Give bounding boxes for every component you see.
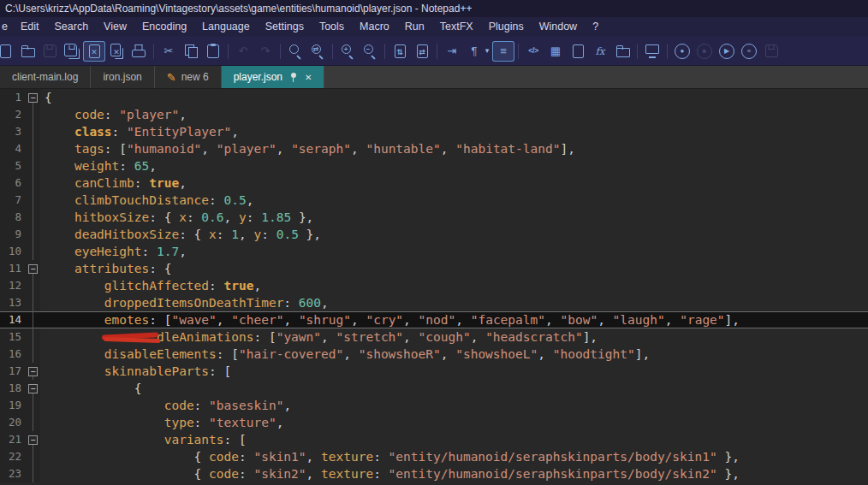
line-number: 17 [0, 363, 26, 380]
code-line-6[interactable]: 6 canClimb: true, [0, 174, 868, 192]
code-line-7[interactable]: 7 climbTouchDistance: 0.5, [0, 192, 868, 209]
code-line-17[interactable]: 17− skinnableParts: [ [0, 363, 868, 380]
tab-player-json[interactable]: player.json✕ [222, 66, 325, 88]
line-number: 5 [0, 157, 26, 174]
find-icon[interactable] [284, 41, 306, 62]
line-number: 10 [0, 243, 26, 260]
macro-stop-icon: ■ [693, 41, 716, 62]
code-line-23[interactable]: 23 { code: "skin2", texture: "entity/hum… [0, 465, 868, 482]
document-map-icon[interactable]: ▦ [544, 41, 567, 62]
menu-item-macro[interactable]: Macro [352, 17, 397, 37]
monitoring-icon[interactable] [641, 41, 663, 62]
fold-collapse-icon[interactable]: − [26, 431, 40, 448]
show-indent-guide-icon[interactable]: ≡ [492, 41, 514, 62]
code-line-20[interactable]: 20 type: "texture", [0, 414, 868, 431]
open-file-icon[interactable] [16, 41, 39, 62]
line-number: 23 [0, 465, 26, 482]
fold-margin [26, 311, 40, 328]
save-all-icon[interactable] [61, 41, 83, 62]
code-line-16[interactable]: 16 disableElements: ["hair-covered", "sh… [0, 346, 868, 363]
sync-horizontal-scrolling-icon[interactable]: ⇄ [411, 41, 433, 62]
code-line-18[interactable]: 18− { [0, 380, 868, 397]
zoom-out-icon[interactable]: − [359, 41, 381, 62]
menu-item-view[interactable]: View [96, 17, 134, 37]
code-line-15[interactable]: 15 randomIdleAnimations: ["yawn", "stret… [0, 328, 868, 346]
unsaved-pencil-icon: ✎ [167, 71, 176, 84]
menu-item-e[interactable]: e [0, 17, 13, 37]
zoom-in-icon[interactable]: + [336, 41, 359, 62]
fold-collapse-icon[interactable]: − [26, 380, 40, 397]
menu-item-window[interactable]: Window [532, 17, 585, 37]
macro-play-icon[interactable]: ▶ [716, 41, 738, 62]
menu-item-settings[interactable]: Settings [258, 17, 312, 37]
pin-icon[interactable] [289, 72, 297, 82]
line-number: 8 [0, 209, 26, 226]
code-line-19[interactable]: 19 code: "baseskin", [0, 397, 868, 414]
menu-item-edit[interactable]: Edit [13, 17, 47, 37]
print-icon[interactable] [128, 41, 150, 62]
editor[interactable]: 1−{2 code: "player",3 class: "EntityPlay… [0, 89, 868, 485]
code-line-4[interactable]: 4 tags: ["humanoid", "player", "seraph",… [0, 140, 868, 157]
sync-vertical-scrolling-icon[interactable]: ⇅ [389, 41, 411, 62]
code-line-1[interactable]: 1−{ [0, 89, 868, 106]
cut-icon[interactable]: ✂ [158, 41, 180, 62]
paste-icon[interactable] [202, 41, 224, 62]
fold-collapse-icon[interactable]: − [26, 260, 40, 277]
code-text: attributes: { [40, 260, 171, 277]
code-line-8[interactable]: 8 hitboxSize: { x: 0.6, y: 1.85 }, [0, 209, 868, 226]
menu-bar: eEditSearchViewEncodingLanguageSettingsT… [0, 17, 868, 37]
title-bar[interactable]: C:\Users\krizz\AppData\Roaming\Vintagest… [0, 0, 868, 17]
tab-label: client-main.log [12, 71, 78, 83]
fold-margin [26, 140, 40, 157]
tab-new-6[interactable]: ✎new 6 [155, 66, 222, 88]
show-whitespace-icon[interactable]: ⇥ [441, 41, 463, 62]
replace-icon[interactable]: ⇄ [306, 41, 329, 62]
code-text: type: "texture", [40, 414, 283, 431]
code-line-22[interactable]: 22 { code: "skin1", texture: "entity/hum… [0, 448, 868, 465]
code-line-12[interactable]: 12 glitchAffected: true, [0, 277, 868, 294]
line-number: 1 [0, 89, 26, 106]
menu-item-help[interactable]: ? [585, 17, 606, 37]
menu-item-run[interactable]: Run [397, 17, 432, 37]
code-line-21[interactable]: 21− variants: [ [0, 431, 868, 448]
close-icon[interactable]: ✕ [83, 41, 105, 62]
line-number: 7 [0, 192, 26, 209]
code-line-9[interactable]: 9 deadHitboxSize: { x: 1, y: 0.5 }, [0, 226, 868, 243]
code-text: code: "baseskin", [40, 397, 291, 414]
code-line-10[interactable]: 10 eyeHeight: 1.7, [0, 243, 868, 260]
fold-collapse-icon[interactable]: − [26, 363, 40, 380]
menu-item-language[interactable]: Language [194, 17, 258, 37]
menu-item-encoding[interactable]: Encoding [134, 17, 194, 37]
menu-item-textfx[interactable]: TextFX [432, 17, 481, 37]
macro-run-multiple-icon[interactable]: » [738, 41, 760, 62]
close-all-icon[interactable]: ✕ [105, 41, 128, 62]
macro-record-icon[interactable]: ● [671, 41, 693, 62]
define-language-icon[interactable]: </> [522, 41, 544, 62]
line-number: 3 [0, 123, 26, 140]
notepad-plus-plus-window: C:\Users\krizz\AppData\Roaming\Vintagest… [0, 0, 868, 485]
code-text: skinnableParts: [ [40, 363, 231, 380]
copy-icon[interactable] [180, 41, 202, 62]
menu-item-search[interactable]: Search [47, 17, 97, 37]
code-line-2[interactable]: 2 code: "player", [0, 106, 868, 123]
fold-margin [26, 243, 40, 260]
tab-iron-json[interactable]: iron.json [91, 66, 154, 88]
document-switcher-icon[interactable] [567, 41, 589, 62]
code-line-13[interactable]: 13 droppedItemsOnDeathTimer: 600, [0, 294, 868, 311]
code-text: { [40, 89, 52, 106]
function-list-icon[interactable]: fx [589, 41, 611, 62]
close-tab-icon[interactable]: ✕ [305, 73, 312, 82]
menu-item-tools[interactable]: Tools [312, 17, 352, 37]
new-file-icon[interactable] [0, 41, 16, 62]
code-line-11[interactable]: 11− attributes: { [0, 260, 868, 277]
fold-collapse-icon[interactable]: − [26, 89, 40, 106]
folder-as-workspace-icon[interactable] [611, 41, 633, 62]
tab-client-main-log[interactable]: client-main.log [0, 66, 91, 88]
menu-item-plugins[interactable]: Plugins [481, 17, 532, 37]
code-line-5[interactable]: 5 weight: 65, [0, 157, 868, 174]
fold-margin [26, 209, 40, 226]
code-line-14[interactable]: 14 emotes: ["wave", "cheer", "shrug", "c… [0, 311, 868, 328]
toolbar-separator [437, 44, 437, 59]
code-line-3[interactable]: 3 class: "EntityPlayer", [0, 123, 868, 140]
show-symbol-dropdown-icon[interactable]: ▾ [482, 41, 492, 62]
